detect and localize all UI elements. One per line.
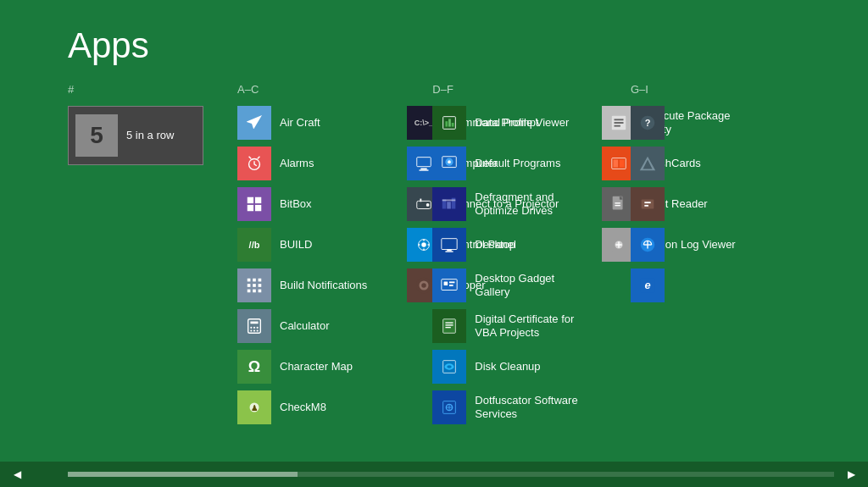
app-5-in-a-row[interactable]: 5 5 in a row: [68, 106, 203, 165]
app-bitbox[interactable]: BitBox: [237, 187, 390, 221]
app-gi-1[interactable]: ?: [631, 106, 783, 140]
svg-text:♟: ♟: [251, 404, 258, 412]
svg-rect-2: [255, 197, 261, 203]
app-name-defrag: Defragment andOptimize Drives: [475, 191, 554, 217]
svg-rect-11: [248, 290, 251, 293]
svg-rect-24: [417, 158, 431, 167]
app-name-desktop: Desktop: [475, 238, 515, 252]
app-icon-aircraft: [237, 106, 271, 140]
svg-rect-26: [420, 169, 429, 170]
app-gi-2[interactable]: [631, 147, 783, 180]
app-icon-gi4: [631, 228, 665, 262]
section-ac: A–C Air Craft Alarms: [237, 83, 415, 431]
app-name-5inrow: 5 in a row: [126, 129, 174, 142]
scroll-track[interactable]: [68, 472, 834, 477]
app-desktop[interactable]: Desktop: [432, 228, 585, 262]
app-dataprofile[interactable]: Data Profile Viewer: [432, 106, 585, 140]
app-gi-5[interactable]: e: [631, 268, 783, 302]
svg-rect-45: [442, 200, 456, 202]
section-header-gi: G–I: [631, 83, 783, 96]
svg-rect-50: [444, 281, 448, 285]
svg-point-31: [421, 242, 426, 247]
app-gi-4[interactable]: [631, 228, 783, 262]
svg-rect-47: [448, 250, 453, 252]
svg-point-16: [250, 327, 252, 329]
svg-rect-10: [259, 284, 262, 287]
svg-rect-67: [614, 159, 619, 167]
svg-rect-29: [420, 199, 421, 202]
app-build-notifications[interactable]: Build Notifications: [237, 268, 390, 302]
app-build[interactable]: //b BUILD: [237, 228, 390, 262]
svg-rect-68: [620, 159, 625, 167]
svg-rect-65: [615, 125, 620, 127]
app-icon-build: //b: [237, 228, 271, 262]
svg-rect-1: [248, 197, 253, 203]
svg-rect-7: [259, 279, 262, 282]
app-diskcleanup[interactable]: Disk Cleanup: [432, 350, 585, 384]
page-title: Apps: [0, 0, 868, 83]
svg-rect-55: [446, 324, 453, 325]
scrollbar: ◀ ▶: [0, 462, 868, 487]
app-defaultprog[interactable]: Default Programs: [432, 147, 585, 180]
app-digitalcert[interactable]: Digital Certificate forVBA Projects: [432, 309, 585, 343]
svg-rect-43: [448, 202, 452, 208]
section-header-hash: #: [68, 83, 220, 96]
scroll-left-button[interactable]: ◀: [0, 462, 34, 487]
section-gi: G–I ? e: [631, 83, 783, 431]
svg-point-59: [448, 365, 453, 368]
svg-rect-72: [615, 202, 620, 203]
app-gi-3[interactable]: [631, 187, 783, 221]
app-name-defaultprog: Default Programs: [475, 157, 560, 170]
app-name-bitbox: BitBox: [280, 197, 312, 211]
svg-rect-13: [259, 290, 262, 293]
df-col1: Data Profile Viewer Default Programs Def…: [432, 106, 585, 431]
svg-rect-37: [448, 119, 451, 126]
svg-point-17: [253, 327, 255, 329]
app-charmap[interactable]: Ω Character Map: [237, 350, 390, 384]
svg-point-41: [448, 160, 451, 163]
app-name-gadget: Desktop GadgetGallery: [475, 272, 554, 298]
app-defrag[interactable]: Defragment andOptimize Drives: [432, 187, 585, 221]
app-icon-gi1: ?: [631, 106, 665, 140]
svg-rect-52: [449, 285, 453, 286]
section-header-ac: A–C: [237, 83, 415, 96]
scroll-right-button[interactable]: ▶: [834, 462, 868, 487]
app-gadget[interactable]: Desktop GadgetGallery: [432, 268, 585, 302]
ac-cols: Air Craft Alarms BitBox //b BUILD: [237, 106, 415, 431]
svg-rect-36: [446, 121, 448, 126]
app-icon-gi5: e: [631, 268, 665, 302]
app-name-diskcleanup: Disk Cleanup: [475, 360, 540, 374]
app-checkm8[interactable]: ♟ CheckM8: [237, 390, 390, 424]
app-icon-calculator: [237, 309, 271, 343]
svg-rect-25: [420, 169, 426, 170]
svg-text:e: e: [644, 279, 650, 291]
app-name-alarms: Alarms: [280, 157, 314, 170]
app-icon-defrag: [432, 187, 466, 221]
app-icon-gadget: [432, 268, 466, 302]
app-name-dotfuscator: Dotfuscator SoftwareServices: [475, 394, 577, 420]
app-calculator[interactable]: Calculator: [237, 309, 390, 343]
svg-rect-9: [253, 284, 256, 287]
svg-point-34: [421, 283, 426, 288]
svg-rect-64: [615, 122, 624, 124]
svg-point-19: [250, 329, 252, 331]
svg-rect-56: [446, 327, 451, 328]
app-icon-5inrow: 5: [75, 114, 118, 157]
app-icon-gi2: [631, 147, 665, 180]
scroll-thumb[interactable]: [68, 472, 298, 477]
app-aircraft[interactable]: Air Craft: [237, 106, 390, 140]
app-dotfuscator[interactable]: Dotfuscator SoftwareServices: [432, 390, 585, 424]
svg-rect-63: [615, 119, 624, 120]
app-name-digitalcert: Digital Certificate forVBA Projects: [475, 313, 574, 339]
svg-rect-6: [253, 279, 256, 282]
app-icon-bitbox: [237, 187, 271, 221]
app-icon-buildnotif: [237, 268, 271, 302]
app-alarms[interactable]: Alarms: [237, 147, 390, 180]
svg-rect-51: [449, 281, 454, 283]
apps-container: # 5 5 in a row A–C Air Craft Alarms: [0, 83, 868, 431]
app-name-checkm8: CheckM8: [280, 401, 326, 414]
svg-rect-49: [442, 279, 457, 291]
svg-rect-38: [452, 123, 454, 127]
app-icon-defaultprog: [432, 147, 466, 180]
svg-rect-46: [442, 239, 457, 250]
